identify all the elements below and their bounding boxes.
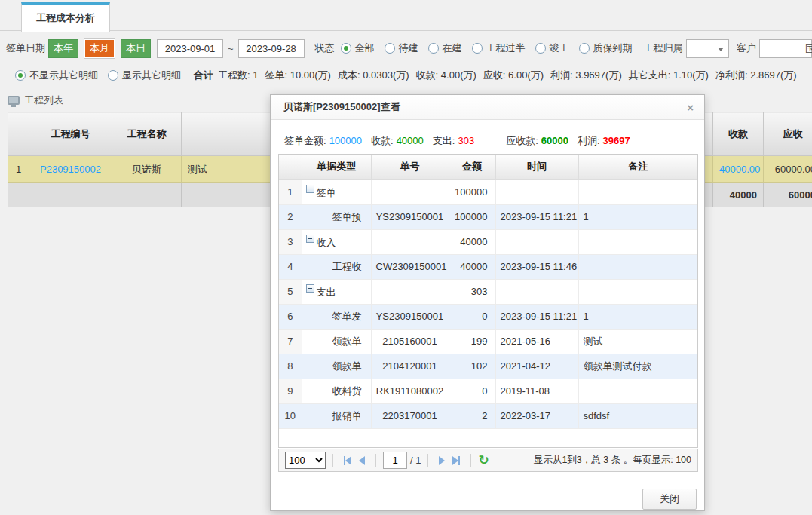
hide-other-detail-radio[interactable]: 不显示其它明细 <box>15 69 98 82</box>
table-row[interactable]: 7 领款单 2105160001 199 2021-05-16 测试 <box>279 329 697 354</box>
note-cell <box>578 179 697 204</box>
stat-net-profit: 净利润: 2.8697(万) <box>715 69 797 82</box>
note-header: 备注 <box>578 155 697 179</box>
last-page-button[interactable] <box>452 456 460 465</box>
note-cell <box>578 254 697 279</box>
doc-type-cell: 签单 <box>302 179 371 204</box>
doc-no-link[interactable]: CW2309150001 <box>371 254 449 279</box>
table-row[interactable]: 9 收料货 RK1911080002 0 2019-11-08 <box>279 379 697 403</box>
table-row[interactable]: 2 签单预 YS2309150001 100000 2023-09-15 11:… <box>279 204 697 229</box>
doc-no-link[interactable]: 2203170001 <box>371 403 449 428</box>
project-code-link[interactable]: P2309150002 <box>29 156 112 183</box>
amount-cell: 0 <box>449 304 495 329</box>
row-num-header <box>8 112 29 156</box>
doc-no-link[interactable]: YS2309150001 <box>371 304 449 329</box>
time-cell: 2019-11-08 <box>495 379 578 403</box>
tab-label: 工程成本分析 <box>36 11 95 25</box>
table-row[interactable]: 8 领款单 2104120001 102 2021-04-12 领款单测试付款 <box>279 354 697 379</box>
doc-no-link[interactable]: 2105160001 <box>371 329 449 354</box>
doc-type-cell: 领款单 <box>302 354 371 379</box>
status-radio-completed[interactable]: 竣工 <box>535 41 569 55</box>
page-size-select[interactable]: 100 <box>285 452 326 469</box>
amount-cell: 199 <box>449 329 495 354</box>
date-to-input[interactable] <box>238 39 305 58</box>
filter-row: 签单日期 本年 本月 本日 ~ 状态 全部 待建 在建 工程过半 竣工 质 <box>0 38 812 59</box>
status-label: 状态 <box>315 41 335 55</box>
receivable-total: 60000 <box>764 183 812 207</box>
customer-input[interactable] <box>759 39 812 58</box>
this-year-button[interactable]: 本年 <box>48 39 78 58</box>
monitor-icon <box>8 96 20 105</box>
radio-label: 竣工 <box>550 41 569 55</box>
row-index: 5 <box>279 279 302 304</box>
customer-label: 客户 <box>737 41 756 55</box>
table-row[interactable]: 6 签单发 YS2309150001 0 2023-09-15 11:21 1 <box>279 304 697 329</box>
divider <box>375 454 376 467</box>
received-link[interactable]: 40000.00 <box>713 156 764 183</box>
total-label: 合计 <box>194 69 213 82</box>
prev-page-button[interactable] <box>359 456 365 465</box>
close-button[interactable]: 关闭 <box>642 489 697 510</box>
radio-icon <box>428 43 439 54</box>
doc-no-link[interactable]: RK1911080002 <box>371 379 449 403</box>
status-radio-in-progress[interactable]: 在建 <box>428 41 462 55</box>
receivable-header: 应收 <box>764 112 812 156</box>
status-radio-warranty-expired[interactable]: 质保到期 <box>579 41 633 55</box>
doc-no-cell <box>371 229 449 254</box>
collapse-icon[interactable] <box>306 235 314 243</box>
project-belong-select[interactable] <box>686 39 729 58</box>
table-row[interactable]: 1 签单 100000 <box>279 179 697 204</box>
radio-icon <box>535 43 546 54</box>
doc-type-cell: 工程收 <box>302 254 371 279</box>
table-row[interactable]: 5 支出 303 <box>279 279 697 304</box>
first-page-button[interactable] <box>344 456 351 465</box>
status-radio-pending[interactable]: 待建 <box>385 41 418 55</box>
close-icon[interactable]: × <box>687 102 694 113</box>
amount-cell: 40000 <box>449 254 495 279</box>
radio-label: 待建 <box>399 41 418 55</box>
doc-no-link[interactable]: YS2309150001 <box>371 204 449 229</box>
this-month-button[interactable]: 本月 <box>84 39 115 58</box>
radio-icon <box>341 43 351 54</box>
modal-stats: 签单金额:100000 收款:40000 支出:303 应收款:60000 利润… <box>284 134 695 148</box>
doc-type-cell: 领款单 <box>302 329 371 354</box>
date-from-input[interactable] <box>157 39 223 58</box>
table-row[interactable]: 3 收入 40000 <box>279 229 697 254</box>
status-radio-half-done[interactable]: 工程过半 <box>472 41 526 55</box>
table-row[interactable]: 4 工程收 CW2309150001 40000 2023-09-15 11:4… <box>279 254 697 279</box>
page-total-label: / 1 <box>410 455 421 466</box>
next-page-button[interactable] <box>439 456 445 465</box>
pagination-bar: 100 / 1 ↻ 显示从1到3，总 3 条 。每页显示: 100 <box>278 449 698 472</box>
amount-header: 金额 <box>449 155 495 179</box>
time-cell: 2023-09-15 11:46 <box>495 254 578 279</box>
collapse-icon[interactable] <box>306 185 314 193</box>
doc-no-link[interactable]: 2104120001 <box>371 354 449 379</box>
status-radio-all[interactable]: 全部 <box>341 41 375 55</box>
page-number-input[interactable] <box>383 452 407 469</box>
stat-cost: 成本: 0.0303(万) <box>338 69 409 82</box>
show-other-detail-radio[interactable]: 显示其它明细 <box>108 69 181 82</box>
radio-label: 全部 <box>355 41 375 55</box>
row-index: 9 <box>279 379 302 403</box>
amount-cell: 100000 <box>449 179 495 204</box>
row-index: 1 <box>8 156 29 183</box>
divider <box>427 454 428 467</box>
collapse-icon[interactable] <box>306 284 314 293</box>
refresh-icon[interactable]: ↻ <box>478 454 489 467</box>
tab-project-cost-analysis[interactable]: 工程成本分析 <box>21 2 110 32</box>
project-detail-modal: 贝诺斯[P2309150002]查看 × 签单金额:100000 收款:4000… <box>270 94 705 511</box>
document-table: 单据类型 单号 金额 时间 备注 1 签单 100000 <box>279 155 697 429</box>
stat-expense: 支出:303 <box>433 134 474 148</box>
table-row[interactable]: 10 报销单 2203170001 2 2022-03-17 sdfdsf <box>279 403 697 428</box>
stat-received: 收款: 4.00(万) <box>416 69 476 82</box>
this-day-button[interactable]: 本日 <box>121 39 151 58</box>
stat-other-expense: 其它支出: 1.10(万) <box>629 69 709 82</box>
doc-type-cell: 支出 <box>302 279 371 304</box>
doc-no-cell <box>371 179 449 204</box>
radio-label: 质保到期 <box>593 41 633 55</box>
doc-type-cell: 报销单 <box>302 403 371 428</box>
modal-title: 贝诺斯[P2309150002]查看 <box>283 100 400 114</box>
section-title-label: 工程列表 <box>24 93 63 107</box>
divider <box>332 454 333 467</box>
radio-label: 工程过半 <box>486 41 526 55</box>
